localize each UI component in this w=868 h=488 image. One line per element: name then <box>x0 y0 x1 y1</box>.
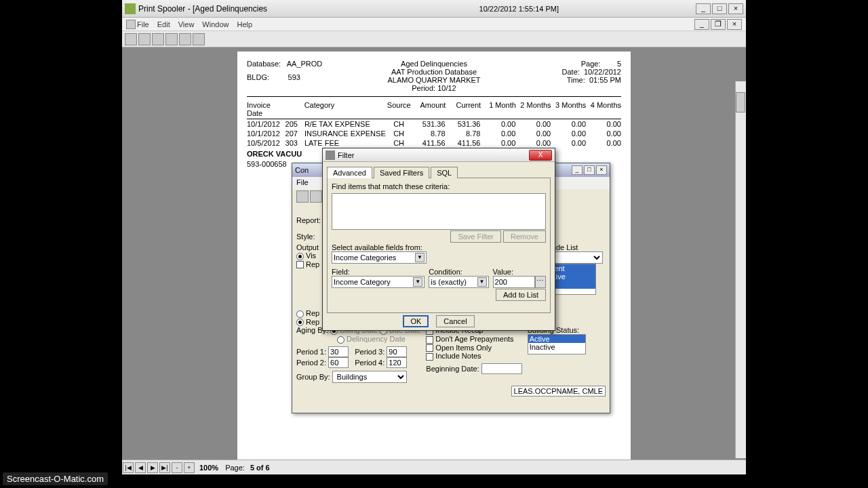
criteria-list[interactable] <box>332 193 546 230</box>
filter-close-button[interactable]: X <box>529 150 552 161</box>
value-label: Value: <box>493 268 546 276</box>
nav-next[interactable]: ▶ <box>147 462 158 473</box>
column-headers: Invoice Date Category Source Amount Curr… <box>247 100 621 119</box>
nav-last[interactable]: ▶| <box>159 462 170 473</box>
p1-input[interactable] <box>328 346 349 357</box>
nav-first[interactable]: |◀ <box>123 462 134 473</box>
value-picker-button[interactable]: ⋯ <box>535 276 546 288</box>
toolbar <box>122 31 746 47</box>
p4-input[interactable] <box>387 357 407 368</box>
begin-input[interactable] <box>481 363 522 374</box>
p2-input[interactable] <box>328 357 349 368</box>
system-menu-icon[interactable] <box>126 20 136 29</box>
period-value: 10/12 <box>437 84 456 92</box>
rpt-tb1[interactable] <box>296 190 309 203</box>
radio-rep1[interactable] <box>296 310 304 318</box>
select-fields-label: Select available fields from: <box>332 243 546 251</box>
report-subtitle2: ALAMO QUARRY MARKET <box>372 76 496 84</box>
begin-label: Beginning Date: <box>426 365 479 373</box>
p3-input[interactable] <box>387 346 407 357</box>
tab-advanced[interactable]: Advanced <box>327 167 372 178</box>
criteria-label: Find items that match these criteria: <box>332 182 546 190</box>
menu-help[interactable]: Help <box>237 20 252 28</box>
tool-2[interactable] <box>138 33 151 45</box>
field-dropdown[interactable]: Income Category▼ <box>332 276 425 288</box>
path-display: LEAS.OCCPNAME, CMLE <box>511 386 606 396</box>
tool-1[interactable] <box>125 33 137 45</box>
rpt-tb2[interactable] <box>310 190 322 203</box>
filter-icon <box>326 150 335 160</box>
p4-label: Period 4: <box>355 359 384 367</box>
cancel-button[interactable]: Cancel <box>436 315 474 327</box>
zoom-level: 100% <box>199 464 218 472</box>
window-title: Print Spooler - [Aged Delinquencies <box>138 4 479 14</box>
menu-window[interactable]: Window <box>202 20 229 28</box>
menubar: File Edit View Window Help _ ❐ × <box>122 18 746 31</box>
menu-file[interactable]: File <box>137 20 149 28</box>
chevron-down-icon: ▼ <box>413 277 422 287</box>
tool-print[interactable] <box>165 33 178 45</box>
select-fields-dropdown[interactable]: Income Categories▼ <box>332 251 427 264</box>
minimize-button[interactable]: _ <box>696 3 711 14</box>
remove-button[interactable]: Remove <box>503 230 546 243</box>
ok-button[interactable]: OK <box>403 315 429 327</box>
rpt-close[interactable]: × <box>596 165 607 175</box>
page-nav-value: 5 of 6 <box>250 464 270 472</box>
page-nav-label: Page: <box>225 464 245 472</box>
save-filter-button[interactable]: Save Filter <box>450 230 501 243</box>
bldg-label: BLDG: <box>247 73 269 81</box>
rpt-max[interactable]: □ <box>584 165 595 175</box>
tab-sql[interactable]: SQL <box>431 167 458 178</box>
time-value: 01:55 PM <box>589 76 621 84</box>
tool-6[interactable] <box>193 33 205 45</box>
report-subtitle1: AAT Production Database <box>372 68 496 76</box>
nav-prev[interactable]: ◀ <box>135 462 146 473</box>
table-row: 10/5/2012303LATE FEECH411.56411.560.000.… <box>247 138 621 148</box>
p1-label: Period 1: <box>296 348 326 356</box>
bldg-value: 593 <box>288 73 300 81</box>
table-row: 10/1/2012207INSURANCE EXPENSECH8.788.780… <box>247 129 621 138</box>
date-label: Date: <box>562 68 580 76</box>
rpt-min[interactable]: _ <box>572 165 583 175</box>
close-button[interactable]: × <box>728 3 743 14</box>
chevron-down-icon: ▼ <box>415 253 425 262</box>
page-label: Page: <box>581 60 601 68</box>
p2-label: Period 2: <box>296 359 326 367</box>
tab-saved-filters[interactable]: Saved Filters <box>374 167 429 178</box>
zoom-in[interactable]: + <box>184 462 195 473</box>
bstat-list[interactable]: Active Inactive <box>528 334 586 354</box>
watermark: Screencast-O-Matic.com <box>3 472 108 485</box>
chk-notes[interactable] <box>426 353 433 361</box>
radio-vis[interactable] <box>296 253 304 260</box>
child-close-button[interactable]: × <box>727 19 742 30</box>
group-select[interactable]: Buildings <box>332 371 407 383</box>
child-min-button[interactable]: _ <box>694 19 709 30</box>
period-label: Period: <box>412 84 435 92</box>
chk-open[interactable] <box>426 344 433 352</box>
field-label: Field: <box>332 268 425 276</box>
radio-delq[interactable] <box>337 336 344 344</box>
window-titlebar: Print Spooler - [Aged Delinquencies 10/2… <box>122 0 746 18</box>
navigation-bar: |◀ ◀ ▶ ▶| - + 100% Page: 5 of 6 <box>122 460 746 474</box>
tool-5[interactable] <box>179 33 191 45</box>
window-timestamp: 10/22/2012 1:55:14 PM] <box>479 5 559 13</box>
chk-rep1[interactable] <box>296 261 304 268</box>
menu-edit[interactable]: Edit <box>157 20 170 28</box>
tool-3[interactable] <box>152 33 164 45</box>
chk-noage[interactable] <box>426 336 433 344</box>
menu-view[interactable]: View <box>178 20 195 28</box>
filter-title: Filter <box>338 151 354 159</box>
table-row: 10/1/2012205R/E TAX EXPENSECH531.36531.3… <box>247 119 621 129</box>
maximize-button[interactable]: □ <box>712 3 727 14</box>
value-input[interactable] <box>493 276 535 288</box>
page-value: 5 <box>617 60 621 68</box>
zoom-out[interactable]: - <box>172 462 182 473</box>
child-restore-button[interactable]: ❐ <box>711 19 726 30</box>
condition-dropdown[interactable]: is (exactly)▼ <box>429 276 488 288</box>
vertical-scrollbar[interactable] <box>735 81 746 458</box>
db-value: AA_PROD <box>287 60 323 68</box>
chevron-down-icon: ▼ <box>477 277 487 287</box>
radio-rep2[interactable] <box>296 319 304 326</box>
add-to-list-button[interactable]: Add to List <box>496 289 546 301</box>
condition-label: Condition: <box>429 268 488 276</box>
